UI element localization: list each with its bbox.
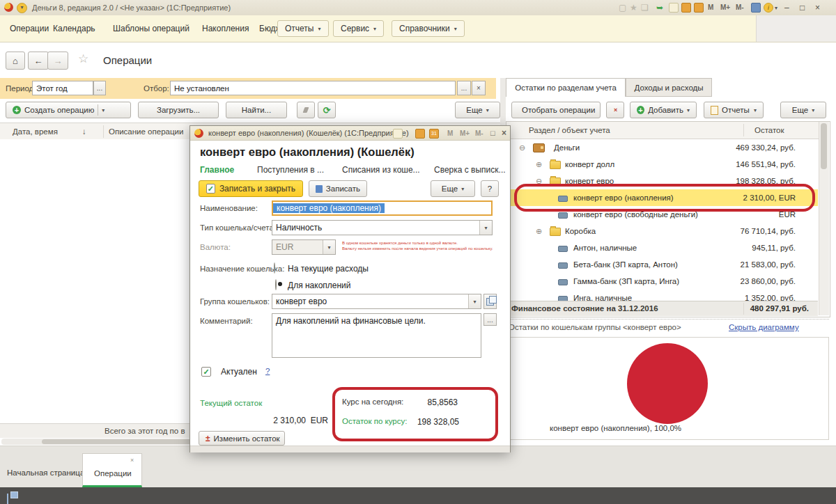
collapse-icon[interactable]: ⊖ xyxy=(519,139,525,156)
menu-operations[interactable]: Операции xyxy=(10,15,49,42)
wallet-group-select[interactable]: конверт евро ▾ xyxy=(272,294,481,309)
selection-clear-button[interactable]: × xyxy=(472,81,486,95)
tab-income-expenses[interactable]: Доходы и расходы xyxy=(626,78,712,97)
tree-row[interactable]: ⊖ Деньги 469 330,24, руб. xyxy=(506,139,818,156)
clear-filter-button[interactable]: × xyxy=(606,102,624,118)
back-button[interactable]: ← xyxy=(28,52,49,70)
home-button[interactable]: ⌂ xyxy=(6,52,25,70)
home-shortcut-icon[interactable] xyxy=(669,3,679,13)
tab-balances-by-sections[interactable]: Остатки по разделам учета xyxy=(506,78,626,97)
save-icon[interactable]: ▢ xyxy=(619,0,626,15)
dialog-tab-main[interactable]: Главное xyxy=(200,165,234,175)
selection-input[interactable]: Не установлен xyxy=(170,81,456,95)
open-folder-icon[interactable]: ➥ xyxy=(656,0,663,15)
comment-expand-button[interactable]: ... xyxy=(483,313,497,326)
expand-icon[interactable]: ⊕ xyxy=(536,223,542,239)
info-icon[interactable]: i xyxy=(764,3,773,13)
actual-help-link[interactable]: ? xyxy=(265,367,270,375)
find-button[interactable]: Найти... xyxy=(226,102,287,118)
maximize-button[interactable]: □ xyxy=(490,126,495,141)
menu-calendar[interactable]: Календарь xyxy=(53,15,95,42)
service-windows-icon[interactable] xyxy=(7,494,8,504)
hide-chart-link[interactable]: Скрыть диаграмму xyxy=(729,323,799,331)
radio-current-expenses[interactable] xyxy=(274,262,275,274)
memory-m-minus-button[interactable]: M- xyxy=(475,126,483,141)
period-input[interactable]: Этот год xyxy=(32,81,93,95)
select-operations-button[interactable]: Отобрать операции xyxy=(511,102,601,118)
dialog-tab-reconciliation[interactable]: Сверка с выписк... xyxy=(434,165,506,175)
selection-picker-button[interactable]: ... xyxy=(457,81,471,95)
close-button[interactable]: × xyxy=(815,0,820,15)
chevron-down-icon[interactable]: ▾ xyxy=(468,294,481,308)
dialog-tab-outgoing[interactable]: Списания из коше... xyxy=(342,165,420,175)
tree-row[interactable]: ⊕ конверт долл 146 551,94, руб. xyxy=(506,156,818,173)
col-section[interactable]: Раздел / объект учета xyxy=(529,122,610,139)
tab-operations[interactable]: Операции × xyxy=(82,453,142,487)
add-button[interactable]: + Добавить ▾ xyxy=(630,102,697,118)
menu-reports-button[interactable]: Отчеты▾ xyxy=(277,20,329,37)
create-operation-button[interactable]: + Создать операцию ▾ xyxy=(6,102,131,118)
save-button[interactable]: Записать xyxy=(309,180,367,197)
dialog-tab-incoming[interactable]: Поступления в ... xyxy=(257,165,324,175)
chevron-down-icon[interactable]: ▾ xyxy=(775,5,777,11)
calendar-icon[interactable] xyxy=(694,3,704,13)
ops-more-button[interactable]: Еще ▾ xyxy=(455,102,500,118)
calculator-icon[interactable] xyxy=(415,129,425,139)
memory-m-minus-button[interactable]: M- xyxy=(736,0,744,15)
balances-more-button[interactable]: Еще ▾ xyxy=(780,102,826,118)
open-group-button[interactable] xyxy=(483,294,497,309)
change-balance-button[interactable]: ± Изменить остаток xyxy=(199,431,285,446)
col-datetime[interactable]: Дата, время xyxy=(13,123,58,140)
window-titlebar: ▾ Деньги 8, редакция 2.0 / <Не указан> (… xyxy=(0,0,836,16)
tree-row[interactable]: Гамма-банк (ЗП карта, Инга) 23 860,00, р… xyxy=(506,273,818,290)
favorite-icon[interactable]: ★ xyxy=(630,0,637,15)
name-input[interactable]: конверт евро (накопления) xyxy=(272,200,493,216)
radio-savings-label[interactable]: Для накоплений xyxy=(288,281,351,290)
calculator-icon[interactable] xyxy=(681,3,691,13)
close-button[interactable]: × xyxy=(502,126,506,141)
scrollbar-thumb[interactable] xyxy=(821,123,827,169)
system-menu-icon[interactable]: ▾ xyxy=(17,3,27,13)
memory-m-button[interactable]: M xyxy=(708,0,713,15)
filter-band: Период: Этот год ... Отбор: Не установле… xyxy=(0,78,496,99)
comment-textarea[interactable]: Для накоплений на финансовые цели. xyxy=(272,313,481,358)
radio-savings[interactable] xyxy=(275,279,277,290)
split-window-icon[interactable] xyxy=(751,3,761,13)
memory-m-button[interactable]: M xyxy=(447,126,453,141)
col-balance[interactable]: Остаток xyxy=(754,122,784,139)
tree-row[interactable]: ⊕ Коробка 76 710,14, руб. xyxy=(506,223,818,239)
refresh-button[interactable]: ⟳ xyxy=(318,102,336,118)
copy-icon[interactable]: ❏ xyxy=(641,0,649,15)
save-and-close-button[interactable]: ✓ Записать и закрыть xyxy=(199,180,303,197)
col-description[interactable]: Описание операции xyxy=(109,123,183,140)
menu-service-button[interactable]: Сервис▾ xyxy=(333,20,384,37)
calendar-icon[interactable]: 31 xyxy=(429,129,439,139)
load-button[interactable]: Загрузить... xyxy=(138,102,219,118)
change-balance-label: Изменить остаток xyxy=(214,434,280,443)
dialog-help-button[interactable]: ? xyxy=(481,180,499,197)
menu-savings[interactable]: Накопления xyxy=(202,15,249,42)
add-to-favorites-icon[interactable]: ☆ xyxy=(78,52,88,66)
tree-vertical-scrollbar[interactable] xyxy=(819,122,829,315)
wallet-type-select[interactable]: Наличность ▾ xyxy=(272,220,493,235)
minimize-button[interactable]: – xyxy=(784,0,789,15)
expand-icon[interactable]: ⊕ xyxy=(536,156,542,173)
favorite-icon[interactable] xyxy=(393,129,403,139)
actual-checkbox[interactable]: ✓ xyxy=(201,367,211,377)
period-picker-button[interactable]: ... xyxy=(93,81,106,95)
dialog-more-button[interactable]: Еще ▾ xyxy=(431,180,475,197)
clear-search-button[interactable] xyxy=(297,102,315,118)
tree-row[interactable]: Антон, наличные 945,11, руб. xyxy=(506,239,818,256)
maximize-button[interactable]: □ xyxy=(800,0,805,15)
reports-button[interactable]: Отчеты ▾ xyxy=(704,102,764,118)
radio-current-expenses-label[interactable]: На текущие расходы xyxy=(288,264,369,274)
menu-catalogs-button[interactable]: Справочники▾ xyxy=(392,20,465,37)
memory-m-plus-button[interactable]: M+ xyxy=(720,0,730,15)
memory-m-plus-button[interactable]: M+ xyxy=(460,126,470,141)
chevron-down-icon[interactable]: ▾ xyxy=(479,221,492,235)
tab-home-page[interactable]: Начальная страница xyxy=(0,455,83,487)
forward-button[interactable]: → xyxy=(47,52,68,70)
close-tab-icon[interactable]: × xyxy=(130,457,134,464)
menu-operation-templates[interactable]: Шаблоны операций xyxy=(113,15,189,42)
tree-row[interactable]: Бета-банк (ЗП карта, Антон) 21 583,00, р… xyxy=(506,256,818,273)
